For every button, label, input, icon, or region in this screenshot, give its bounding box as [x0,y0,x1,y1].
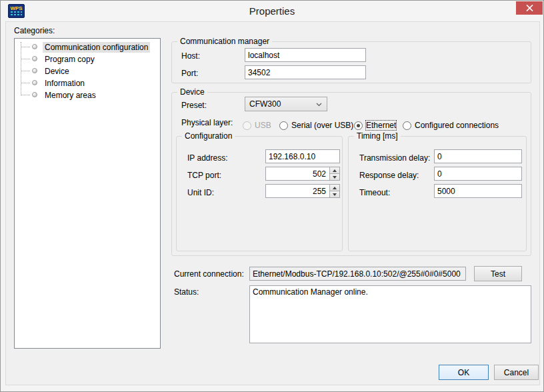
tree-item-information[interactable]: Information [15,77,160,89]
tree-branch-line [21,47,30,47]
tree-bullet-icon [32,92,37,97]
configuration-legend: Configuration [182,131,235,141]
radio-ethernet-label[interactable]: Ethernet [366,121,396,130]
tree-item-device[interactable]: Device [15,65,160,77]
tree-item-label[interactable]: Device [43,66,71,77]
transmission-delay-input[interactable] [434,149,522,163]
arrow-down-icon [333,193,337,196]
test-button[interactable]: Test [474,266,522,281]
arrow-up-icon [333,169,337,172]
tcp-port-spinbox [265,167,340,181]
chevron-down-icon [316,103,322,107]
radio-button-icon[interactable] [354,121,363,130]
title-bar[interactable]: WPS Properties [1,1,543,21]
tree-item-label[interactable]: Program copy [43,54,97,65]
device-legend: Device [177,87,207,97]
radio-button-icon[interactable] [279,121,288,130]
unit-id-spinbox [265,184,340,198]
close-button[interactable] [516,1,543,15]
response-delay-input[interactable] [434,167,522,181]
tcp-port-spin-buttons [329,167,339,180]
radio-configured-label[interactable]: Configured connections [415,121,499,130]
device-group: Device Preset: CFW300 Physical layer: US… [171,92,531,256]
spin-down-button[interactable] [329,191,339,197]
unit-id-spin-buttons [329,185,339,197]
close-icon [526,5,533,11]
current-connection-label: Current connection: [174,269,244,279]
radio-usb-label: USB [255,121,271,130]
cancel-button[interactable]: Cancel [494,365,539,380]
tree-item-memory-areas[interactable]: Memory areas [15,89,160,101]
unit-id-label: Unit ID: [187,188,214,197]
arrow-up-icon [333,187,337,189]
tree-item-label[interactable]: Communication configuration [43,42,150,53]
tcp-port-label: TCP port: [187,171,221,180]
tree-branch-line [21,95,30,95]
radio-button-icon[interactable] [403,121,411,130]
tree-bullet-icon [32,68,37,73]
ip-address-input[interactable] [265,149,340,163]
timeout-label: Timeout: [359,188,390,197]
tree-bullet-icon [32,80,37,85]
preset-combobox[interactable]: CFW300 [245,97,327,111]
tree-item-label[interactable]: Memory areas [43,90,98,101]
timing-group: Timing [ms] Transmission delay: Response… [348,136,527,251]
tree-branch-line [21,71,30,71]
radio-ethernet[interactable]: Ethernet [354,120,396,131]
timeout-input[interactable] [434,184,522,198]
tree-item-program-copy[interactable]: Program copy [15,53,160,65]
preset-value: CFW300 [249,99,281,109]
communication-manager-legend: Communication manager [177,37,272,46]
radio-serial-over-usb[interactable]: Serial (over USB) [279,120,353,131]
window-title: Properties [1,5,543,17]
timing-legend: Timing [ms] [354,131,401,141]
communication-manager-group: Communication manager Host: Port: [171,41,531,83]
radio-configured-connections[interactable]: Configured connections [403,120,499,131]
current-connection-field [249,267,466,281]
host-label: Host: [181,51,200,61]
spin-up-button[interactable] [329,185,339,191]
radio-serial-label[interactable]: Serial (over USB) [291,121,353,130]
ok-button[interactable]: OK [439,365,489,380]
response-delay-label: Response delay: [359,171,419,180]
configuration-group: Configuration IP address: TCP port: Unit… [176,136,343,251]
host-input[interactable] [245,48,366,62]
status-textarea[interactable]: Communication Manager online. [249,285,531,343]
tree-bullet-icon [32,44,37,49]
port-input[interactable] [245,65,366,79]
transmission-delay-label: Transmission delay: [359,153,430,163]
status-label: Status: [174,287,199,297]
preset-label: Preset: [181,101,207,110]
tree-branch-line [21,83,30,83]
tree-branch-line [21,59,30,59]
dialog-body: Categories: Communication configuration … [5,21,540,385]
categories-tree[interactable]: Communication configuration Program copy… [14,38,161,349]
physical-layer-label: Physical layer: [181,118,233,127]
radio-button-icon [243,121,251,130]
tree-item-communication-configuration[interactable]: Communication configuration [15,41,160,53]
port-label: Port: [181,69,198,78]
radio-usb: USB [243,120,271,131]
arrow-down-icon [333,176,337,179]
tree-bullet-icon [32,56,37,61]
tree-item-label[interactable]: Information [43,78,87,89]
ip-address-label: IP address: [187,153,227,163]
spin-down-button[interactable] [329,174,339,180]
properties-dialog: WPS Properties Categories: Communication… [0,0,544,392]
spin-up-button[interactable] [329,167,339,174]
categories-label: Categories: [14,26,55,35]
